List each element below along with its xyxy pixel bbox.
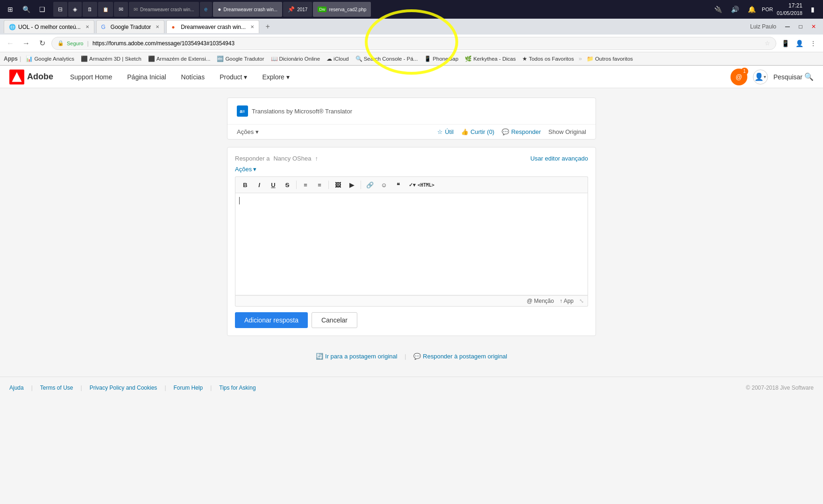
bookmark-kerk[interactable]: 🌿 Kerkythea - Dicas <box>462 54 518 63</box>
address-bar[interactable]: 🔒 Seguro | ☆ <box>51 37 776 50</box>
task-view-button[interactable]: ❑ <box>35 3 49 16</box>
url-input[interactable] <box>92 40 762 47</box>
cortana-search-button[interactable]: 🔍 <box>20 3 33 16</box>
footer-forum-help-link[interactable]: Forum Help <box>174 385 203 391</box>
bookmark-phonegap[interactable]: 📱 PhoneGap <box>421 54 461 63</box>
bookmark-outros[interactable]: 📁 Outros favoritos <box>584 54 636 63</box>
forward-button[interactable]: → <box>20 37 33 50</box>
nav-support-home[interactable]: Support Home <box>63 66 120 88</box>
taskbar-clock[interactable]: 17:21 01/05/2018 <box>777 2 802 16</box>
apps-label[interactable]: Apps <box>4 56 18 62</box>
toolbar-italic-button[interactable]: I <box>253 179 265 191</box>
notification-button[interactable]: @ 1 <box>731 69 747 85</box>
toolbar-bold-button[interactable]: B <box>239 179 251 191</box>
taskbar-time: 17:21 <box>777 2 802 10</box>
close-button[interactable]: ✕ <box>808 21 819 32</box>
taskbar-mail-icon[interactable]: ✉ Dreamweaver crash win... <box>129 2 199 17</box>
toolbar-image-button[interactable]: 🖼 <box>332 179 344 191</box>
language-indicator[interactable]: POR <box>762 7 773 12</box>
toolbar-strikethrough-button[interactable]: S <box>281 179 293 191</box>
footer-help-link[interactable]: Ajuda <box>9 385 24 391</box>
bookmark-ext[interactable]: ⬛ Armazém de Extensi... <box>145 54 213 63</box>
profile-icon[interactable]: 👤 <box>793 37 805 49</box>
mention-button[interactable]: @ Menção <box>527 298 554 304</box>
tab-dw-close[interactable]: ✕ <box>250 24 254 29</box>
taskbar-icon-2[interactable]: ◈ <box>68 2 82 17</box>
bookmark-3d[interactable]: ⬛ Armazém 3D | Sketch <box>78 54 144 63</box>
taskbar-dw-button[interactable]: Dw reserva_cad2.php <box>313 2 371 17</box>
tab-tradutor-label: Google Tradutor <box>111 24 151 30</box>
acoes-button[interactable]: Ações ▾ <box>237 128 259 135</box>
tab-tradutor[interactable]: G Google Tradutor ✕ <box>96 20 165 33</box>
toolbar-html-button[interactable]: <HTML> <box>420 179 432 191</box>
bookmark-tradutor[interactable]: 🔤 Google Tradutor <box>214 54 267 63</box>
editor-text-area[interactable] <box>235 193 588 295</box>
footer-terms-link[interactable]: Terms of Use <box>40 385 73 391</box>
bookmark-dicio[interactable]: 📖 Dicionário Online <box>268 54 323 63</box>
footer-tips-link[interactable]: Tips for Asking <box>219 385 255 391</box>
tab-uol-close[interactable]: ✕ <box>85 24 89 29</box>
toolbar-video-button[interactable]: ▶ <box>346 179 358 191</box>
show-desktop-button[interactable]: ▮ <box>806 3 819 16</box>
toolbar-unordered-list-button[interactable]: ≡ <box>313 179 326 191</box>
bookmark-search-console[interactable]: 🔍 Search Console - Pá... <box>353 54 421 63</box>
tab-tradutor-close[interactable]: ✕ <box>156 24 159 29</box>
toolbar-underline-button[interactable]: U <box>267 179 279 191</box>
back-button[interactable]: ← <box>4 37 17 50</box>
taskbar-edge-icon[interactable]: e <box>200 2 213 17</box>
bookmark-icloud[interactable]: ☁ iCloud <box>324 54 352 63</box>
tab-dw-favicon: ● <box>171 24 178 30</box>
bookmark-star-icon[interactable]: ☆ <box>765 40 770 47</box>
network-icon[interactable]: 🔌 <box>711 3 724 16</box>
reply-original-link[interactable]: 💬 Responder à postagem original <box>413 353 507 360</box>
tab-dw[interactable]: ● Dreamweaver crash win... ✕ <box>166 20 259 33</box>
go-original-link[interactable]: 🔄 Ir para a postagem original <box>316 353 397 360</box>
taskbar-outlook-icon[interactable]: ✉ <box>114 2 128 17</box>
toolbar-ordered-list-button[interactable]: ≡ <box>299 179 312 191</box>
taskbar-chrome-button[interactable]: ● Dreamweaver crash win... <box>213 2 282 17</box>
responder-button[interactable]: 💬 Responder <box>502 128 541 135</box>
app-button[interactable]: ↑ App <box>560 298 574 304</box>
nav-noticias[interactable]: Notícias <box>174 66 213 88</box>
adobe-logo[interactable]: Adobe <box>9 70 53 84</box>
util-button[interactable]: ☆ Útil <box>437 128 454 135</box>
add-reply-button[interactable]: Adicionar resposta <box>235 312 308 328</box>
nav-product[interactable]: Product ▾ <box>212 66 255 88</box>
refresh-button[interactable]: ↻ <box>35 37 49 50</box>
nav-pagina-inicial[interactable]: Página Inicial <box>120 66 173 88</box>
resize-handle[interactable]: ⤡ <box>579 298 584 304</box>
maximize-button[interactable]: □ <box>795 21 806 32</box>
taskbar-2017-label[interactable]: 📌 2017 <box>283 2 312 17</box>
toolbar-quote-button[interactable]: ❝ <box>392 179 404 191</box>
search-button[interactable]: Pesquisar 🔍 <box>773 72 814 81</box>
tab-dw-label: Dreamweaver crash win... <box>181 24 246 30</box>
toolbar-emoji-button[interactable]: ☺ <box>378 179 390 191</box>
windows-start-button[interactable]: ⊞ <box>4 3 17 16</box>
nav-explore[interactable]: Explore ▾ <box>255 66 297 88</box>
taskbar-icon-3[interactable]: 🗓 <box>83 2 97 17</box>
toolbar-sep-2 <box>328 181 329 189</box>
notification-icon[interactable]: 🔔 <box>745 3 758 16</box>
footer-privacy-link[interactable]: Privacy Policy and Cookies <box>90 385 157 391</box>
bookmark-todos[interactable]: ★ Todos os Favoritos <box>519 54 577 63</box>
tab-uol[interactable]: 🌐 UOL - O melhor conteú... ✕ <box>4 20 94 33</box>
cast-icon[interactable]: 📱 <box>779 37 791 49</box>
taskbar-store-icon[interactable]: ⊟ <box>53 2 67 17</box>
new-tab-button[interactable]: + <box>261 20 274 33</box>
bookmark-dicio-icon: 📖 <box>271 56 278 62</box>
minimize-button[interactable]: ─ <box>782 21 793 32</box>
bookmark-analytics[interactable]: 📊 Google Analytics <box>23 54 77 63</box>
toolbar-check-button[interactable]: ✓▾ <box>406 179 418 191</box>
user-profile-button[interactable]: 👤 ▾ <box>753 70 768 84</box>
editor-footer: @ Menção ↑ App ⤡ <box>235 295 588 307</box>
reply-acoes-button[interactable]: Ações ▾ <box>235 166 588 173</box>
settings-icon[interactable]: ⋮ <box>807 37 819 49</box>
sound-icon[interactable]: 🔊 <box>728 3 741 16</box>
show-original-button[interactable]: Show Original <box>548 128 586 135</box>
advanced-editor-link[interactable]: Usar editor avançado <box>530 155 588 162</box>
adobe-nav-links: Support Home Página Inicial Notícias Pro… <box>63 66 731 88</box>
cancel-button[interactable]: Cancelar <box>312 312 357 328</box>
toolbar-link-button[interactable]: 🔗 <box>364 179 376 191</box>
curtir-button[interactable]: 👍 Curtir (0) <box>461 128 494 135</box>
taskbar-icon-4[interactable]: 📋 <box>98 2 113 17</box>
